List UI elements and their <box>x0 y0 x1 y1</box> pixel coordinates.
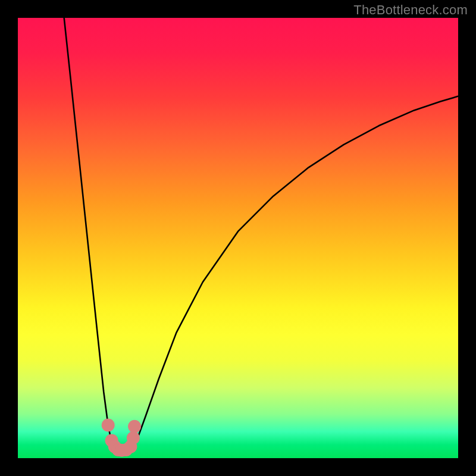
chart-marker <box>128 420 141 433</box>
chart-marker <box>127 431 140 444</box>
chart-plot-area <box>18 18 458 458</box>
chart-frame: TheBottleneck.com <box>0 0 476 476</box>
chart-svg <box>18 18 458 458</box>
watermark-label: TheBottleneck.com <box>353 2 468 18</box>
chart-curve-right-branch <box>130 96 458 450</box>
chart-curve-left-branch <box>64 18 118 450</box>
chart-marker <box>102 419 115 432</box>
